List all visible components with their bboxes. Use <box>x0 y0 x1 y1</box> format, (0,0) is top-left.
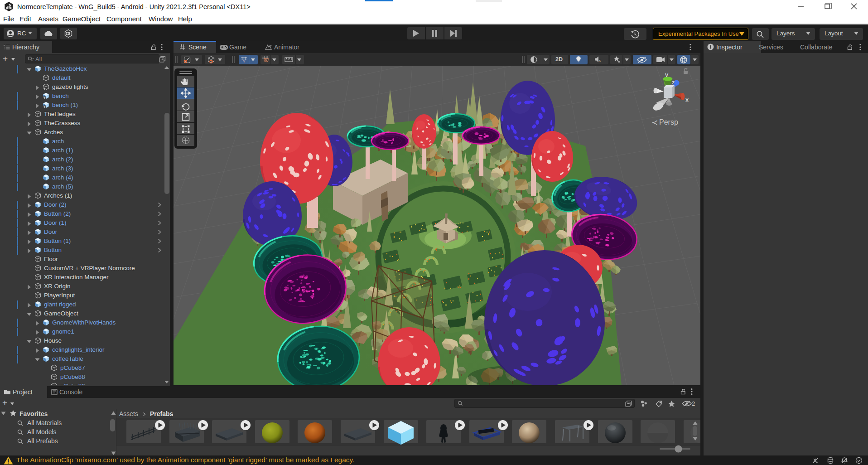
svg-text:x: x <box>685 96 689 103</box>
svg-text:Persp: Persp <box>659 118 678 126</box>
svg-text:≺: ≺ <box>651 118 658 127</box>
